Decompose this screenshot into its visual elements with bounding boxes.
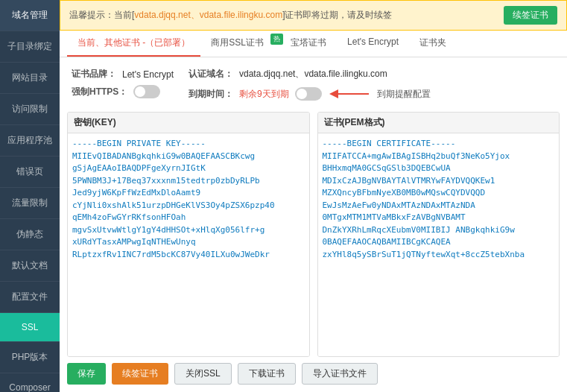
sidebar-item-webdir[interactable]: 网站目录: [0, 63, 60, 94]
cert-info-left: 证书品牌： Let's Encrypt 强制HTTPS：: [72, 68, 174, 103]
sidebar-item-ssl[interactable]: SSL: [0, 313, 60, 342]
domain-label: 认证域名：: [189, 68, 233, 80]
https-label: 强制HTTPS：: [72, 86, 127, 98]
brand-label: 证书品牌：: [72, 68, 116, 80]
brand-value: Let's Encrypt: [122, 69, 174, 80]
https-toggle[interactable]: [133, 85, 160, 98]
sidebar-item-apppool[interactable]: 应用程序池: [0, 125, 60, 157]
tab-commercial-ssl[interactable]: 商用SSL证书 热: [200, 31, 280, 57]
sidebar-item-composer[interactable]: Composer: [0, 373, 60, 392]
domain-value: vdata.djqq.net、vdata.file.ilingku.com: [239, 68, 387, 80]
warning-renew-button[interactable]: 续签证书: [504, 6, 557, 25]
warning-text: 温馨提示：当前[vdata.djqq.net、vdata.file.ilingk…: [69, 9, 392, 22]
cert-panel-title: 证书(PEM格式): [318, 113, 560, 133]
renew-cert-button[interactable]: 续签证书: [112, 363, 168, 385]
sidebar-item-defaultdoc[interactable]: 默认文档: [0, 250, 60, 282]
domain-row: 认证域名： vdata.djqq.net、vdata.file.ilingku.…: [189, 68, 555, 80]
sidebar-item-subdir[interactable]: 子目录绑定: [0, 31, 60, 63]
key-panel-title: 密钥(KEY): [68, 113, 309, 133]
tab-lets-encrypt[interactable]: Let's Encrypt: [337, 31, 409, 57]
expire-config-label: 到期提醒配置: [377, 88, 431, 101]
arrow-annotation: 到期提醒配置: [328, 85, 431, 103]
warning-domains: vdata.djqq.net、vdata.file.ilingku.com: [134, 10, 282, 20]
sidebar-item-config[interactable]: 配置文件: [0, 282, 60, 313]
key-cert-panels: 密钥(KEY) 证书(PEM格式): [67, 112, 560, 357]
close-ssl-button[interactable]: 关闭SSL: [174, 363, 232, 385]
warning-bar: 温馨提示：当前[vdata.djqq.net、vdata.file.ilingk…: [60, 0, 567, 31]
expire-toggle[interactable]: [295, 87, 322, 101]
key-textarea[interactable]: [68, 133, 309, 356]
sidebar-item-traffic[interactable]: 流量限制: [0, 188, 60, 219]
sidebar-item-rewrite[interactable]: 伪静态: [0, 219, 60, 250]
download-cert-button[interactable]: 下载证书: [238, 363, 296, 385]
tab-baota-cert[interactable]: 宝塔证书: [280, 31, 337, 57]
tab-bar: 当前、其他证书 -（已部署） 商用SSL证书 热 宝塔证书 Let's Encr…: [60, 31, 567, 57]
key-panel: 密钥(KEY): [67, 112, 310, 357]
sidebar-item-access[interactable]: 访问限制: [0, 94, 60, 125]
sidebar-item-domain[interactable]: 域名管理: [0, 0, 60, 31]
tab-cert-folder[interactable]: 证书夹: [409, 31, 457, 57]
sidebar-item-php[interactable]: PHP版本: [0, 342, 60, 373]
content-area: 证书品牌： Let's Encrypt 强制HTTPS： 认证域名： vdata…: [60, 57, 567, 392]
expire-value: 剩余9天到期: [239, 88, 289, 101]
expire-label: 到期时间：: [189, 88, 233, 101]
main-area: 温馨提示：当前[vdata.djqq.net、vdata.file.ilingk…: [60, 0, 567, 392]
expire-row: 到期时间： 剩余9天到期 到期提醒配置: [189, 85, 555, 103]
cert-info-right: 认证域名： vdata.djqq.net、vdata.file.ilingku.…: [189, 68, 555, 103]
tab-current-cert[interactable]: 当前、其他证书 -（已部署）: [67, 31, 200, 57]
red-arrow-icon: [328, 85, 373, 103]
https-row: 强制HTTPS：: [72, 85, 174, 98]
sidebar-item-errorpage[interactable]: 错误页: [0, 157, 60, 188]
bottom-buttons: 保存 续签证书 关闭SSL 下载证书 导入证书文件: [67, 357, 560, 385]
import-cert-button[interactable]: 导入证书文件: [302, 363, 378, 385]
cert-panel: 证书(PEM格式): [317, 112, 560, 357]
sidebar: 域名管理 子目录绑定 网站目录 访问限制 应用程序池 错误页 流量限制 伪静态 …: [0, 0, 60, 392]
cert-textarea[interactable]: [318, 133, 560, 356]
save-button[interactable]: 保存: [67, 363, 106, 385]
brand-row: 证书品牌： Let's Encrypt: [72, 68, 174, 80]
cert-info-section: 证书品牌： Let's Encrypt 强制HTTPS： 认证域名： vdata…: [67, 65, 560, 106]
